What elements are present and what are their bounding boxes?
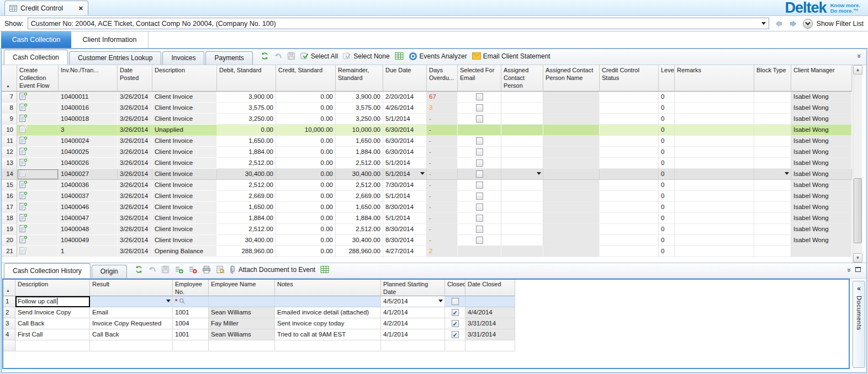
level-cell[interactable]: 0 — [659, 202, 675, 213]
invoice-row[interactable]: 13104000263/26/2014Client Invoice2,512.0… — [2, 158, 853, 169]
result-cell[interactable]: Email — [90, 307, 173, 318]
block-type-cell[interactable] — [754, 213, 791, 224]
grid-view-icon[interactable] — [395, 52, 404, 60]
selected-for-email-cell[interactable] — [458, 213, 501, 224]
notes-cell[interactable]: Tried to call at 9AM EST — [275, 329, 381, 340]
tab-client-information[interactable]: Client Information — [71, 31, 149, 48]
assigned-contact-person-name-cell[interactable] — [543, 180, 600, 191]
assigned-contact-person-cell[interactable] — [501, 103, 543, 114]
invoice-row[interactable]: 17104000463/26/2014Client Invoice1,650.0… — [2, 202, 853, 213]
block-type-cell[interactable] — [754, 147, 791, 158]
row-number[interactable]: 11 — [2, 136, 17, 147]
invoice-row[interactable]: 19104000483/26/2014Client Invoice2,512.0… — [2, 224, 853, 235]
block-type-cell[interactable] — [754, 191, 791, 202]
credit-control-status-cell[interactable] — [600, 125, 659, 136]
description-cell[interactable]: Client Invoice — [152, 136, 217, 147]
employee-no-cell[interactable]: 1001 — [173, 329, 209, 340]
select-all-button[interactable]: Select All — [300, 52, 338, 60]
client-manager-cell[interactable]: Isabel Wong — [791, 114, 852, 125]
history-row[interactable]: 3Call BackInvoice Copy Requested1004Fay … — [3, 318, 516, 329]
email-checkbox[interactable] — [476, 226, 483, 233]
client-manager-cell[interactable]: Isabel Wong — [791, 213, 852, 224]
description-cell[interactable]: Client Invoice — [152, 169, 217, 180]
due-date-cell[interactable]: 4/27/2014 — [383, 246, 427, 257]
block-type-cell[interactable] — [754, 103, 791, 114]
row-selector-header[interactable]: ▲ — [3, 280, 15, 296]
email-checkbox[interactable] — [476, 193, 483, 200]
invoice-number-cell[interactable]: 10400046 — [59, 202, 118, 213]
column-header[interactable]: Result — [90, 280, 173, 296]
row-number[interactable]: 20 — [2, 235, 17, 246]
doc-tab-credit-control[interactable]: Credit Control ✕ — [4, 1, 88, 15]
credit-cell[interactable]: 0.00 — [276, 191, 336, 202]
result-cell[interactable]: Invoice Copy Requested — [90, 318, 173, 329]
planned-starting-date-cell[interactable]: 4/2/2014 — [381, 318, 445, 329]
invoice-row[interactable]: 14104000273/26/2014Client Invoice30,400.… — [2, 169, 853, 180]
selected-for-email-cell[interactable] — [458, 92, 501, 103]
credit-cell[interactable]: 0.00 — [276, 224, 336, 235]
invoice-number-cell[interactable]: 10400048 — [59, 224, 118, 235]
column-header[interactable]: Credit Control Status — [600, 65, 659, 92]
assigned-contact-person-cell[interactable] — [501, 202, 543, 213]
days-overdue-cell[interactable]: 3 — [427, 103, 458, 114]
vertical-scrollbar[interactable]: ▲ ▼ — [853, 65, 862, 263]
selected-for-email-cell[interactable] — [458, 235, 501, 246]
column-header[interactable]: Client Manager — [791, 65, 852, 92]
block-type-cell[interactable] — [754, 136, 791, 147]
credit-cell[interactable]: 0.00 — [276, 158, 336, 169]
events-analyzer-button[interactable]: Events Analyzer — [409, 52, 467, 61]
email-checkbox[interactable] — [476, 137, 483, 145]
due-date-cell[interactable]: 5/1/2014 — [383, 213, 427, 224]
date-posted-cell[interactable]: 3/26/2014 — [118, 125, 152, 136]
create-collection-event-icon[interactable] — [17, 213, 59, 224]
remarks-cell[interactable] — [675, 158, 754, 169]
credit-cell[interactable]: 0.00 — [276, 202, 336, 213]
column-header[interactable]: Create Collection Event Flow — [17, 65, 59, 92]
create-collection-event-icon[interactable] — [17, 224, 59, 235]
block-type-cell[interactable] — [754, 246, 791, 257]
selected-for-email-cell[interactable] — [458, 147, 501, 158]
planned-starting-date-cell[interactable]: 4/1/2014 — [381, 307, 445, 318]
client-manager-cell[interactable]: Isabel Wong — [791, 147, 852, 158]
level-cell[interactable]: 0 — [659, 169, 675, 180]
credit-cell[interactable]: 0.00 — [276, 235, 336, 246]
assigned-contact-person-cell[interactable] — [501, 147, 543, 158]
row-number[interactable]: 21 — [2, 246, 17, 257]
invoice-row[interactable]: 2113/26/2014Opening Balance288,960.000.0… — [2, 246, 853, 257]
selected-for-email-cell[interactable] — [458, 180, 501, 191]
column-header[interactable]: Debit, Standard — [217, 65, 276, 92]
level-cell[interactable]: 0 — [659, 114, 675, 125]
credit-cell[interactable]: 0.00 — [276, 92, 336, 103]
tab-cash-collection[interactable]: Cash Collection — [1, 31, 71, 48]
column-header[interactable]: Remainder, Standard — [336, 65, 383, 92]
email-checkbox[interactable] — [476, 115, 483, 122]
remarks-cell[interactable] — [675, 136, 754, 147]
invoice-number-cell[interactable]: 10400049 — [59, 235, 118, 246]
credit-control-status-cell[interactable] — [600, 191, 659, 202]
date-posted-cell[interactable]: 3/26/2014 — [118, 92, 152, 103]
days-overdue-cell[interactable]: - — [427, 213, 458, 224]
block-type-cell[interactable] — [754, 125, 791, 136]
days-overdue-cell[interactable]: - — [427, 180, 458, 191]
lookup-icon[interactable] — [179, 298, 186, 304]
assigned-contact-person-cell[interactable] — [501, 235, 543, 246]
invoice-number-cell[interactable]: 10400018 — [59, 114, 118, 125]
column-header[interactable]: Closed — [445, 280, 465, 296]
remainder-cell[interactable]: 10,000.00 — [336, 125, 383, 136]
selected-for-email-cell[interactable] — [458, 202, 501, 213]
remarks-cell[interactable] — [675, 202, 754, 213]
planned-starting-date-cell[interactable]: 4/5/2014 — [381, 296, 445, 307]
credit-cell[interactable]: 0.00 — [276, 246, 336, 257]
due-date-cell[interactable]: 2/20/2014 — [383, 92, 427, 103]
debit-cell[interactable]: 30,400.00 — [217, 169, 276, 180]
credit-cell[interactable]: 0.00 — [276, 136, 336, 147]
invoice-row[interactable]: 9104000183/26/2014Client Invoice3,250.00… — [2, 114, 853, 125]
description-cell[interactable]: First Call — [15, 329, 90, 340]
selected-for-email-cell[interactable] — [458, 224, 501, 235]
credit-cell[interactable]: 0.00 — [276, 103, 336, 114]
remainder-cell[interactable]: 1,884.00 — [336, 213, 383, 224]
credit-control-status-cell[interactable] — [600, 147, 659, 158]
remainder-cell[interactable]: 2,512.00 — [336, 224, 383, 235]
grid-view-icon[interactable] — [320, 265, 329, 274]
invoice-row[interactable]: 11104000243/26/2014Client Invoice1,650.0… — [2, 136, 853, 147]
